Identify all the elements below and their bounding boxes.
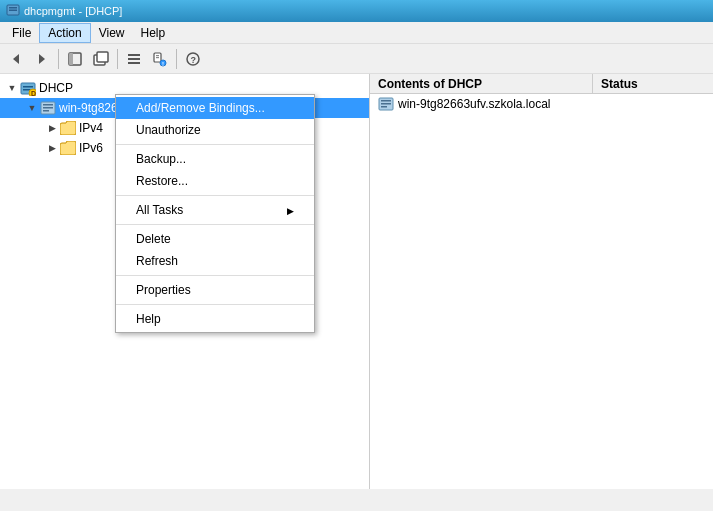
menu-file[interactable]: File bbox=[4, 24, 39, 42]
svg-rect-14 bbox=[156, 57, 159, 58]
ctx-unauthorize[interactable]: Unauthorize bbox=[116, 119, 314, 141]
forward-button[interactable] bbox=[30, 47, 54, 71]
ipv6-expander[interactable]: ▶ bbox=[44, 140, 60, 156]
svg-rect-26 bbox=[43, 107, 53, 109]
show-hide-icon bbox=[67, 51, 83, 67]
svg-rect-9 bbox=[128, 54, 140, 56]
svg-rect-11 bbox=[128, 62, 140, 64]
ipv4-icon bbox=[60, 120, 76, 136]
dhcp-icon: D bbox=[20, 80, 36, 96]
server-expander[interactable]: ▼ bbox=[24, 100, 40, 116]
back-icon bbox=[8, 51, 24, 67]
svg-rect-13 bbox=[156, 55, 159, 56]
properties-icon: ! bbox=[152, 51, 168, 67]
forward-icon bbox=[34, 51, 50, 67]
svg-marker-3 bbox=[13, 54, 19, 64]
ctx-sep-2 bbox=[116, 195, 314, 196]
ctx-sep-1 bbox=[116, 144, 314, 145]
contents-header: Contents of DHCP Status bbox=[370, 74, 713, 94]
col-status: Status bbox=[593, 74, 713, 93]
ipv4-label: IPv4 bbox=[79, 121, 103, 135]
menu-view[interactable]: View bbox=[91, 24, 133, 42]
server-list-icon bbox=[378, 96, 394, 112]
title-bar-text: dhcpmgmt - [DHCP] bbox=[24, 5, 122, 17]
ctx-delete[interactable]: Delete bbox=[116, 228, 314, 250]
svg-text:!: ! bbox=[162, 60, 164, 66]
context-menu: Add/Remove Bindings... Unauthorize Backu… bbox=[115, 94, 315, 333]
menu-action[interactable]: Action bbox=[39, 23, 90, 43]
ctx-restore[interactable]: Restore... bbox=[116, 170, 314, 192]
back-button[interactable] bbox=[4, 47, 28, 71]
ctx-refresh[interactable]: Refresh bbox=[116, 250, 314, 272]
ctx-sep-3 bbox=[116, 224, 314, 225]
toolbar: ! ? bbox=[0, 44, 713, 74]
ctx-sep-5 bbox=[116, 304, 314, 305]
server-icon bbox=[40, 100, 56, 116]
ctx-properties[interactable]: Properties bbox=[116, 279, 314, 301]
dhcp-label: DHCP bbox=[39, 81, 73, 95]
ctx-backup[interactable]: Backup... bbox=[116, 148, 314, 170]
svg-rect-2 bbox=[9, 10, 17, 12]
show-hide-button[interactable] bbox=[63, 47, 87, 71]
svg-rect-10 bbox=[128, 58, 140, 60]
help-button[interactable]: ? bbox=[181, 47, 205, 71]
svg-rect-25 bbox=[43, 104, 53, 106]
svg-text:D: D bbox=[31, 90, 36, 97]
svg-rect-29 bbox=[381, 100, 391, 102]
ipv6-icon bbox=[60, 140, 76, 156]
contents-row-server[interactable]: win-9tg82663ufv.szkola.local bbox=[370, 94, 713, 114]
app-icon bbox=[6, 4, 20, 18]
ctx-all-tasks[interactable]: All Tasks bbox=[116, 199, 314, 221]
dhcp-expander[interactable]: ▼ bbox=[4, 80, 20, 96]
title-bar: dhcpmgmt - [DHCP] bbox=[0, 0, 713, 22]
svg-marker-4 bbox=[39, 54, 45, 64]
svg-text:?: ? bbox=[191, 55, 197, 65]
server-row-name: win-9tg82663ufv.szkola.local bbox=[398, 97, 551, 111]
help-icon: ? bbox=[185, 51, 201, 67]
menu-bar: File Action View Help bbox=[0, 22, 713, 44]
svg-rect-6 bbox=[69, 53, 73, 65]
toolbar-sep-1 bbox=[58, 49, 59, 69]
ctx-sep-4 bbox=[116, 275, 314, 276]
contents-cell-name: win-9tg82663ufv.szkola.local bbox=[374, 96, 555, 112]
action-button[interactable] bbox=[122, 47, 146, 71]
ctx-add-remove-bindings[interactable]: Add/Remove Bindings... bbox=[116, 97, 314, 119]
svg-rect-20 bbox=[23, 86, 33, 88]
svg-rect-1 bbox=[9, 7, 17, 9]
new-window-button[interactable] bbox=[89, 47, 113, 71]
svg-rect-30 bbox=[381, 103, 391, 105]
svg-rect-27 bbox=[43, 110, 49, 112]
col-name: Contents of DHCP bbox=[370, 74, 593, 93]
new-window-icon bbox=[93, 51, 109, 67]
svg-rect-8 bbox=[97, 52, 108, 62]
ipv4-expander[interactable]: ▶ bbox=[44, 120, 60, 136]
toolbar-sep-2 bbox=[117, 49, 118, 69]
ipv6-label: IPv6 bbox=[79, 141, 103, 155]
contents-panel: Contents of DHCP Status win-9tg82663ufv.… bbox=[370, 74, 713, 489]
main-area: ▼ D DHCP ▼ bbox=[0, 74, 713, 489]
properties-button[interactable]: ! bbox=[148, 47, 172, 71]
menu-help[interactable]: Help bbox=[133, 24, 174, 42]
toolbar-sep-3 bbox=[176, 49, 177, 69]
all-tasks-arrow bbox=[287, 205, 294, 216]
ctx-help[interactable]: Help bbox=[116, 308, 314, 330]
action-icon bbox=[126, 51, 142, 67]
svg-rect-31 bbox=[381, 106, 387, 108]
